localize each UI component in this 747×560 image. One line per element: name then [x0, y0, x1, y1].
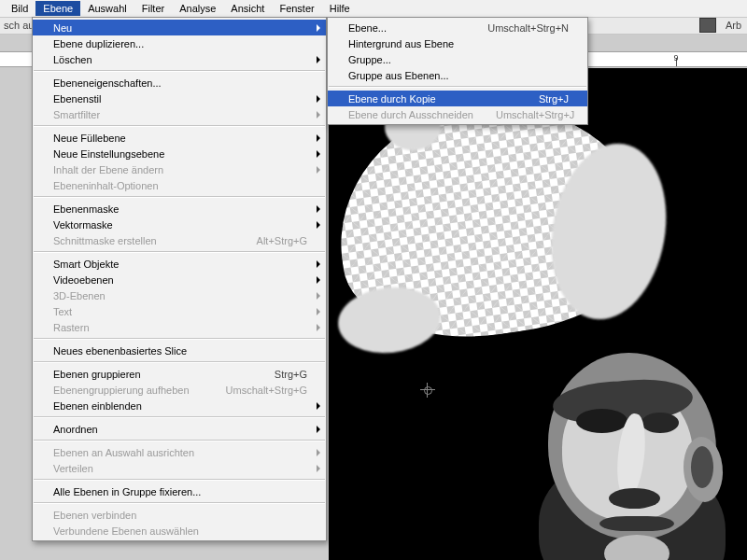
menu-item[interactable]: Videoebenen — [33, 272, 326, 287]
submenu-arrow-icon — [317, 308, 320, 315]
menu-item-label: Löschen — [53, 54, 307, 65]
menu-item-label: Neue Füllebene — [53, 133, 307, 144]
menu-item[interactable]: Smart Objekte — [33, 256, 326, 272]
menu-item-label: Ebenenmaske — [53, 203, 307, 215]
menu-item[interactable]: Ebenen einblenden — [33, 398, 326, 413]
menu-item[interactable]: Löschen — [33, 51, 326, 67]
menu-bild[interactable]: Bild — [4, 1, 35, 16]
submenu-arrow-icon — [317, 426, 320, 433]
menu-item-label: Verteilen — [53, 463, 307, 474]
portrait-face — [511, 315, 735, 560]
submenu-arrow-icon — [317, 150, 320, 158]
menu-item-label: Text — [53, 306, 307, 317]
menu-item-label: Ebenen verbinden — [53, 510, 307, 521]
menu-item[interactable]: Ebenenmaske — [33, 201, 326, 217]
menu-filter[interactable]: Filter — [134, 1, 172, 16]
menu-item[interactable]: Neues ebenenbasiertes Slice — [33, 343, 326, 358]
menu-item-shortcut: Strg+J — [539, 93, 569, 105]
menu-separator — [34, 440, 325, 441]
menu-item-label: Ebenengruppierung aufheben — [53, 385, 204, 396]
menu-item-shortcut: Alt+Strg+G — [257, 235, 307, 246]
menu-item[interactable]: Gruppe aus Ebenen... — [328, 67, 587, 83]
menu-item-label: Ebene durch Kopie — [348, 93, 516, 105]
submenu-arrow-icon — [317, 276, 320, 284]
menubar[interactable]: Bild Ebene Auswahl Filter Analyse Ansich… — [0, 0, 747, 18]
neu-submenu[interactable]: Ebene...Umschalt+Strg+NHintergrund aus E… — [327, 17, 588, 125]
menu-item-shortcut: Umschalt+Strg+G — [226, 385, 307, 396]
menu-item: Smartfilter — [33, 106, 326, 122]
menu-separator — [34, 196, 325, 198]
menu-item: Ebenengruppierung aufhebenUmschalt+Strg+… — [33, 382, 326, 398]
menu-item[interactable]: Ebene duplizieren... — [33, 35, 326, 51]
menu-hilfe[interactable]: Hilfe — [322, 1, 358, 16]
submenu-arrow-icon — [317, 465, 320, 472]
menu-separator — [34, 125, 325, 127]
submenu-arrow-icon — [317, 24, 320, 32]
submenu-arrow-icon — [317, 134, 320, 142]
submenu-arrow-icon — [317, 166, 320, 174]
menu-item-label: Hintergrund aus Ebene — [348, 38, 569, 49]
menu-item-label: Ebene... — [348, 22, 465, 34]
menu-item-label: Ebene duplizieren... — [53, 38, 307, 49]
menu-item-label: Ebeneninhalt-Optionen — [53, 180, 307, 191]
menu-item[interactable]: Neu — [33, 20, 326, 35]
menu-item[interactable]: Hintergrund aus Ebene — [328, 35, 587, 51]
menu-item: Ebenen an Auswahl ausrichten — [33, 444, 326, 460]
document-canvas[interactable] — [329, 68, 747, 560]
cursor-crosshair — [420, 383, 435, 398]
menu-item-label: Ebenen gruppieren — [53, 369, 252, 380]
menu-item[interactable]: Ebene...Umschalt+Strg+N — [328, 20, 587, 35]
submenu-arrow-icon — [317, 449, 320, 456]
menu-item[interactable]: Ebenenstil — [33, 91, 326, 106]
menu-item: Text — [33, 303, 326, 319]
menu-item: Inhalt der Ebene ändern — [33, 161, 326, 177]
menu-separator — [34, 479, 325, 481]
menu-item: Rastern — [33, 319, 326, 335]
menu-analyse[interactable]: Analyse — [172, 1, 223, 16]
menu-item[interactable]: Neue Füllebene — [33, 130, 326, 146]
menu-item[interactable]: Ebene durch KopieStrg+J — [328, 91, 587, 106]
menu-item-label: Ebenen an Auswahl ausrichten — [53, 447, 307, 458]
toolbar-icon[interactable] — [699, 18, 716, 33]
menu-item-label: Ebenenstil — [53, 93, 307, 105]
menu-item-label: Ebene durch Ausschneiden — [348, 109, 473, 120]
menu-item-label: Rastern — [53, 322, 307, 333]
menu-item-label: Smart Objekte — [53, 259, 307, 270]
menu-item[interactable]: Gruppe... — [328, 51, 587, 67]
menu-item-label: Videoebenen — [53, 274, 307, 286]
submenu-arrow-icon — [317, 95, 320, 103]
menu-item[interactable]: Ebeneneigenschaften... — [33, 75, 326, 91]
submenu-arrow-icon — [317, 292, 320, 300]
menu-item[interactable]: Vektormaske — [33, 217, 326, 232]
menu-item-shortcut: Strg+G — [275, 369, 307, 380]
menu-item[interactable]: Ebenen gruppierenStrg+G — [33, 366, 326, 382]
menu-item-label: Alle Ebenen in Gruppe fixieren... — [53, 486, 307, 497]
menu-item-shortcut: Umschalt+Strg+N — [487, 22, 569, 34]
menu-item-label: Gruppe... — [348, 54, 569, 65]
menu-separator — [34, 502, 325, 504]
menu-item: Ebene durch AusschneidenUmschalt+Strg+J — [328, 106, 587, 122]
menu-item[interactable]: Anordnen — [33, 421, 326, 437]
ebene-dropdown[interactable]: NeuEbene duplizieren...LöschenEbeneneige… — [32, 17, 327, 541]
submenu-arrow-icon — [317, 111, 320, 119]
submenu-arrow-icon — [317, 324, 320, 331]
submenu-arrow-icon — [317, 260, 320, 268]
menu-separator — [34, 416, 325, 418]
menu-item[interactable]: Alle Ebenen in Gruppe fixieren... — [33, 483, 326, 499]
options-right-fragment: Arb — [726, 20, 741, 31]
menu-separator — [34, 70, 325, 72]
menu-item: Verbundene Ebenen auswählen — [33, 523, 326, 539]
menu-item: Schnittmaske erstellenAlt+Strg+G — [33, 232, 326, 248]
menu-ebene[interactable]: Ebene — [35, 1, 80, 16]
submenu-arrow-icon — [317, 205, 320, 213]
menu-item-label: 3D-Ebenen — [53, 290, 307, 301]
menu-item: Verteilen — [33, 460, 326, 476]
menu-item-label: Neues ebenenbasiertes Slice — [53, 345, 307, 357]
menu-item-label: Smartfilter — [53, 109, 307, 120]
menu-ansicht[interactable]: Ansicht — [223, 1, 272, 16]
menu-fenster[interactable]: Fenster — [272, 1, 321, 16]
menu-item-label: Neu — [53, 22, 307, 34]
menu-item[interactable]: Neue Einstellungsebene — [33, 146, 326, 161]
menu-auswahl[interactable]: Auswahl — [80, 1, 134, 16]
menu-item-label: Neue Einstellungsebene — [53, 148, 307, 160]
